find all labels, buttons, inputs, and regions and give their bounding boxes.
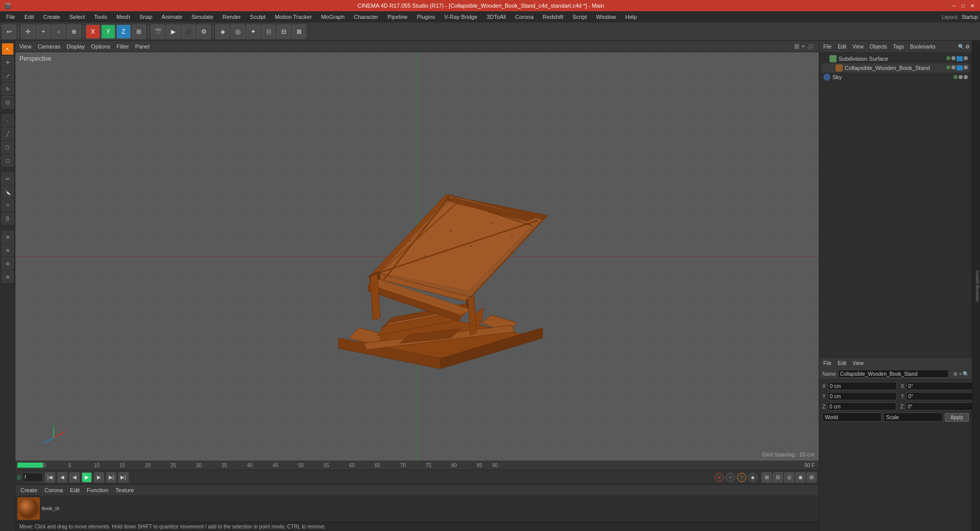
menu-help[interactable]: Help: [621, 13, 641, 21]
menu-tools[interactable]: Tools: [90, 13, 111, 21]
viewport-menu-options[interactable]: Options: [91, 43, 110, 50]
menu-vray[interactable]: V-Ray Bridge: [440, 13, 482, 21]
extra-tool[interactable]: ≋: [2, 271, 14, 283]
menu-create[interactable]: Create: [39, 13, 64, 21]
next-frame-btn[interactable]: ▶: [94, 472, 104, 482]
menu-simulate[interactable]: Simulate: [187, 13, 217, 21]
rotate-tool[interactable]: ↻: [2, 83, 14, 95]
display-btn[interactable]: ◈: [215, 25, 230, 39]
render-btn[interactable]: ▶: [166, 25, 180, 39]
coord-x-pos[interactable]: [828, 382, 897, 390]
axis-y-btn[interactable]: Y: [101, 25, 115, 39]
keyframe-add[interactable]: ⊞: [762, 472, 772, 482]
menu-select[interactable]: Select: [65, 13, 89, 21]
coord-x-rot[interactable]: [906, 382, 975, 390]
menu-sculpt[interactable]: Sculpt: [246, 13, 270, 21]
next-key-btn[interactable]: ▶|: [106, 472, 116, 482]
maximize-button[interactable]: □: [960, 2, 967, 9]
move-btn[interactable]: ✛: [21, 25, 35, 39]
attr-file[interactable]: File: [821, 359, 834, 367]
menu-motion-tracker[interactable]: Motion Tracker: [271, 13, 316, 21]
obj-item-sky[interactable]: Sky: [821, 73, 970, 82]
menu-mesh[interactable]: Mesh: [112, 13, 134, 21]
objects-tags[interactable]: Tags: [891, 43, 906, 51]
minimize-button[interactable]: ─: [950, 2, 958, 9]
menu-snap[interactable]: Snap: [135, 13, 157, 21]
mat-menu-function[interactable]: Function: [84, 486, 111, 494]
paint-tool[interactable]: ≋: [2, 244, 14, 256]
mat-menu-create[interactable]: Create: [17, 486, 40, 494]
object-mode[interactable]: ◻: [2, 154, 14, 166]
viewport-fit-icon[interactable]: ⊞: [794, 43, 799, 50]
menu-script[interactable]: Script: [569, 13, 591, 21]
prev-key-btn[interactable]: |◀: [45, 472, 55, 482]
points-mode[interactable]: ·: [2, 114, 14, 127]
objects-edit[interactable]: Edit: [836, 43, 848, 51]
coord-z-rot[interactable]: [905, 402, 974, 411]
move-tool[interactable]: ✛: [2, 56, 14, 68]
edges-mode[interactable]: ╱: [2, 128, 14, 140]
grid-btn[interactable]: ⊟: [277, 25, 291, 39]
poly-mode[interactable]: ⬡: [2, 141, 14, 153]
viewport-cam-icon[interactable]: 🎥: [807, 43, 815, 50]
shading-btn[interactable]: ◎: [231, 25, 245, 39]
menu-character[interactable]: Character: [350, 13, 382, 21]
menu-mograph[interactable]: MoGraph: [317, 13, 349, 21]
render-all-btn[interactable]: ⬛: [181, 25, 195, 39]
selected-object-name[interactable]: [838, 370, 949, 378]
prev-frame-btn[interactable]: ◀: [57, 472, 67, 482]
objects-file[interactable]: File: [821, 43, 834, 51]
coord-z-pos[interactable]: [827, 402, 896, 411]
coord-y-pos[interactable]: [828, 392, 897, 400]
menu-render[interactable]: Render: [218, 13, 245, 21]
apply-button[interactable]: Apply: [945, 413, 969, 422]
pen-tool[interactable]: ✏: [2, 173, 14, 185]
prev-play-btn[interactable]: ◀: [69, 472, 80, 482]
status-btn2[interactable]: ○: [726, 473, 735, 482]
browser-tab[interactable]: Assets Browser: [975, 268, 980, 304]
menu-3dtoall[interactable]: 3DToAll: [482, 13, 510, 21]
menu-redshift[interactable]: Redshift: [538, 13, 567, 21]
last-frame-btn[interactable]: ▶⌊: [118, 472, 129, 482]
magnet-tool[interactable]: S: [2, 212, 14, 225]
undo-btn[interactable]: ↩: [2, 25, 16, 39]
close-button[interactable]: ✕: [969, 2, 976, 9]
timeline-track[interactable]: 0 5 10 15 20 25 30 35 40 45 50 55 60 65 …: [43, 461, 804, 470]
objects-objects[interactable]: Objects: [868, 43, 889, 51]
viewport[interactable]: Perspective: [15, 52, 819, 461]
scale-mode-select[interactable]: Scale: [884, 413, 943, 422]
circle-btn[interactable]: ○: [52, 25, 66, 39]
wireframe-btn[interactable]: ⌸: [261, 25, 276, 39]
mat-menu-edit[interactable]: Edit: [67, 486, 83, 494]
menu-window[interactable]: Window: [592, 13, 620, 21]
viewport-menu-display[interactable]: Display: [66, 43, 85, 50]
select-tool[interactable]: ↖: [2, 43, 14, 55]
sculpt-tool[interactable]: ≋: [2, 231, 14, 243]
menu-corona[interactable]: Corona: [511, 13, 537, 21]
attr-edit[interactable]: Edit: [836, 359, 848, 367]
viewport-menu-cameras[interactable]: Cameras: [38, 43, 61, 50]
keyframe-remove[interactable]: ⊟: [773, 472, 783, 482]
obj-item-subdivision[interactable]: Subdivision Surface: [821, 54, 970, 63]
viewport-menu-filter[interactable]: Filter: [116, 43, 129, 50]
bridge-tool[interactable]: ⌗: [2, 199, 14, 211]
obj-item-bookstand[interactable]: Collapsible_Wooden_Book_Stand: [821, 63, 970, 73]
status-btn3[interactable]: ?: [737, 473, 746, 482]
viewport-lock-icon[interactable]: +: [801, 43, 805, 50]
menu-plugins[interactable]: Plugins: [412, 13, 439, 21]
layout-value[interactable]: Startup: [962, 14, 978, 20]
terrain-tool[interactable]: ≋: [2, 257, 14, 270]
menu-edit[interactable]: Edit: [20, 13, 38, 21]
world-mode-select[interactable]: World: [822, 413, 881, 422]
frame-display[interactable]: f: [22, 473, 43, 482]
frame-settings[interactable]: ⊞: [806, 472, 817, 482]
axis-x-btn[interactable]: X: [86, 25, 100, 39]
search-icon[interactable]: 🔍: [958, 44, 964, 50]
axis-all-btn[interactable]: ⊞: [132, 25, 146, 39]
render-settings-btn[interactable]: ⚙: [197, 25, 211, 39]
coord-y-rot[interactable]: [906, 392, 975, 400]
add-btn[interactable]: ⊕: [67, 25, 81, 39]
menu-animate[interactable]: Animate: [158, 13, 186, 21]
viewport-menu-view[interactable]: View: [19, 43, 32, 50]
attr-view[interactable]: View: [850, 359, 866, 367]
